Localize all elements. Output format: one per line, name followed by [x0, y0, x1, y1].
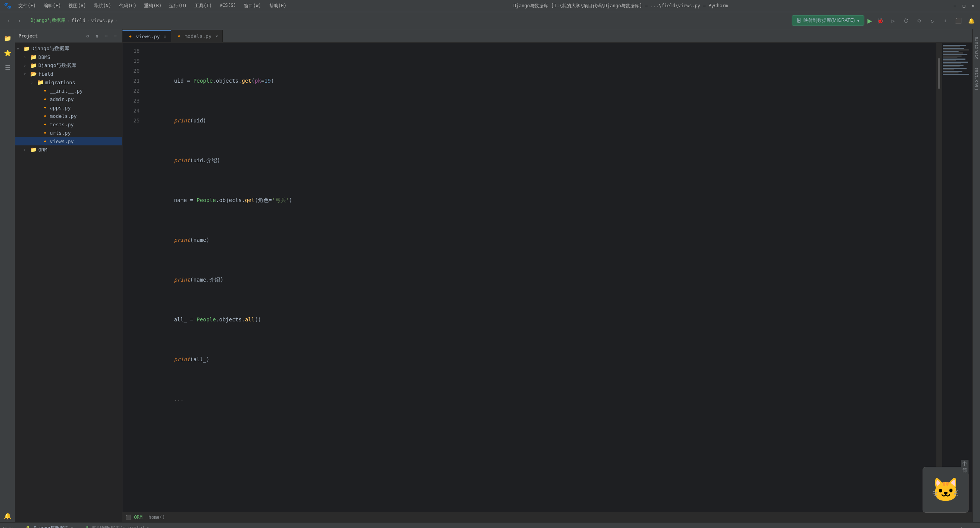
folder-icon-django: 📁	[30, 62, 37, 69]
line-num-23: 23	[122, 96, 140, 106]
tree-item-tests[interactable]: 🔸 tests.py	[15, 120, 122, 129]
notifications-button[interactable]: 🔔	[966, 16, 976, 26]
right-sidebar-structure[interactable]: Structure	[974, 37, 979, 60]
close-button[interactable]: ✕	[970, 3, 976, 9]
profile-button[interactable]: ⏱	[901, 16, 911, 26]
run-tab-django[interactable]: 🐍 Django与数据库 ×	[22, 523, 77, 528]
git-button[interactable]: ↻	[927, 16, 937, 26]
tree-item-orm[interactable]: › 📁 ORM	[15, 145, 122, 154]
run-panel-more-icon[interactable]: ⋮	[957, 524, 966, 528]
tree-item-root[interactable]: ▾ 📁 Django与数据库	[15, 44, 122, 53]
forward-button[interactable]: ›	[15, 16, 24, 26]
project-settings-icon[interactable]: ⚙	[84, 32, 91, 40]
menu-refactor[interactable]: 重构(R)	[141, 2, 165, 10]
tree-label-migrations: migrations	[45, 80, 75, 85]
project-tree: ▾ 📁 Django与数据库 › 📁 DBMS › 📁 Django与数据库 ▾…	[15, 43, 122, 522]
update-button[interactable]: ⬆	[940, 16, 950, 26]
tree-item-django[interactable]: › 📁 Django与数据库	[15, 61, 122, 70]
settings-button[interactable]: ⚙	[914, 16, 924, 26]
folder-icon-dbms: 📁	[30, 54, 37, 60]
tree-item-models[interactable]: 🔸 models.py	[15, 112, 122, 120]
favorites-icon[interactable]: ⭐	[2, 47, 14, 59]
project-icon[interactable]: 📁	[2, 32, 14, 44]
line-num-19: 19	[122, 56, 140, 66]
project-panel-header: Project ⚙ ⇅ ⋯ −	[15, 29, 122, 43]
run-panel-minimize-icon[interactable]: −	[968, 524, 977, 528]
menu-navigate[interactable]: 导航(N)	[91, 2, 114, 10]
toolbar: ‹ › Django与数据库 › field › views.py › 🗄 映射…	[0, 12, 980, 29]
project-more-icon[interactable]: ⋯	[102, 32, 110, 40]
tab-models[interactable]: 🔸 models.py ×	[171, 30, 223, 42]
code-line-21: name = People.objects.get(角色='弓兵')	[148, 195, 932, 205]
mm-3	[943, 48, 964, 49]
notifications-side-icon[interactable]: 🔔	[2, 510, 14, 522]
restore-button[interactable]: □	[961, 3, 967, 9]
menu-vcs[interactable]: VCS(S)	[217, 2, 239, 10]
tree-arrow-root: ▾	[17, 47, 23, 51]
tab-views[interactable]: 🔸 views.py ×	[122, 30, 171, 42]
folder-icon-orm: 📁	[30, 146, 37, 153]
tree-item-init[interactable]: 🔸 __init__.py	[15, 86, 122, 95]
debug-button[interactable]: 🐞	[875, 16, 885, 26]
tab-close-models[interactable]: ×	[216, 34, 218, 39]
breadcrumb-project[interactable]: Django与数据库	[31, 17, 65, 24]
code-content[interactable]: uid = People.objects.get(pk=19) print(ui…	[144, 43, 936, 512]
tree-label-root: Django与数据库	[31, 45, 69, 52]
breadcrumb-sep3: ›	[115, 18, 118, 23]
menu-tools[interactable]: 工具(T)	[191, 2, 215, 10]
py-icon-tests: 🔸	[41, 121, 48, 128]
tab-label-models: models.py	[185, 33, 211, 39]
migrate-label: 映射到数据库(MIGRATE)	[804, 17, 855, 24]
minimap	[942, 43, 972, 512]
tree-item-views[interactable]: 🔸 views.py	[15, 137, 122, 145]
tree-item-apps[interactable]: 🔸 apps.py	[15, 103, 122, 112]
menu-edit[interactable]: 编辑(E)	[41, 2, 64, 10]
structure-icon[interactable]: ☰	[2, 61, 14, 73]
app-icon: 🐾	[4, 2, 11, 10]
run-tab-django-close[interactable]: ×	[71, 526, 73, 528]
coverage-button[interactable]: ▷	[888, 16, 898, 26]
code-editor: 18 19 20 21 22 23 24 25 uid = People.obj…	[122, 43, 972, 512]
tree-item-urls[interactable]: 🔸 urls.py	[15, 129, 122, 137]
menu-run[interactable]: 运行(U)	[166, 2, 190, 10]
line-num-20: 20	[122, 66, 140, 76]
run-button[interactable]: ▶	[867, 16, 872, 25]
mm-10	[943, 59, 965, 60]
mm-1	[943, 45, 966, 46]
menu-help[interactable]: 帮助(H)	[266, 2, 290, 10]
run-tab-migrate-label: 映射到数据库(migrate)	[92, 525, 145, 528]
tree-item-migrations[interactable]: › 📁 migrations	[15, 78, 122, 86]
tree-label-urls: urls.py	[50, 130, 71, 136]
window-controls: − □ ✕	[952, 3, 976, 9]
menu-file[interactable]: 文件(F)	[15, 2, 39, 10]
line-num-25: 25	[122, 116, 140, 125]
run-tab-migrate-close[interactable]: ×	[147, 526, 149, 528]
run-tab-migrate[interactable]: 🗄 映射到数据库(migrate) ×	[82, 523, 153, 528]
tree-item-dbms[interactable]: › 📁 DBMS	[15, 53, 122, 61]
editor-scrollbar[interactable]	[936, 43, 942, 512]
terminal-button[interactable]: ⬛	[953, 16, 963, 26]
back-button[interactable]: ‹	[4, 16, 14, 26]
menu-window[interactable]: 窗口(W)	[241, 2, 265, 10]
lang-label[interactable]: 中简	[961, 460, 969, 474]
scrollbar-thumb[interactable]	[938, 58, 940, 89]
right-sidebar-favorites[interactable]: Favorites	[974, 67, 979, 90]
project-expand-icon[interactable]: ⇅	[93, 32, 101, 40]
tree-item-admin[interactable]: 🔸 admin.py	[15, 95, 122, 103]
py-icon-apps: 🔸	[41, 104, 48, 111]
orm-indicator: ⬛ ORM	[126, 515, 142, 520]
breadcrumb: Django与数据库 › field › views.py ›	[31, 17, 118, 24]
menu-code[interactable]: 代码(C)	[116, 2, 140, 10]
code-line-22: print(name)	[148, 235, 932, 245]
menu-view[interactable]: 视图(V)	[65, 2, 89, 10]
breadcrumb-folder[interactable]: field	[72, 18, 85, 23]
tree-label-dbms: DBMS	[38, 54, 50, 60]
breadcrumb-file[interactable]: views.py	[91, 18, 113, 23]
minimize-button[interactable]: −	[952, 3, 958, 9]
mm-14	[943, 65, 964, 66]
tab-close-views[interactable]: ×	[164, 34, 167, 39]
migrate-button[interactable]: 🗄 映射到数据库(MIGRATE) ▾	[792, 15, 864, 26]
tree-item-field[interactable]: ▾ 📂 field	[15, 70, 122, 78]
project-collapse-icon[interactable]: −	[111, 32, 119, 40]
line-num-24: 24	[122, 106, 140, 116]
